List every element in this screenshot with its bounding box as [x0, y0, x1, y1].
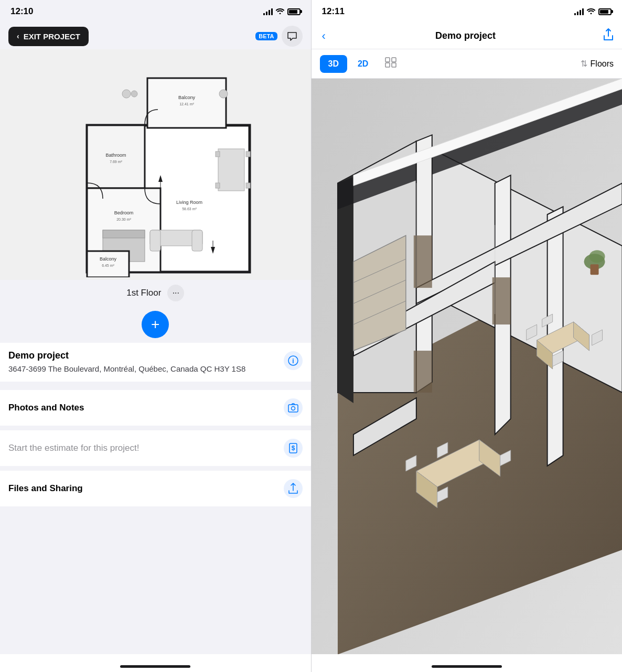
svg-rect-19	[216, 183, 220, 188]
svg-text:Balcony: Balcony	[178, 95, 196, 100]
project-info-text: Demo project 3647-3699 The Boulevard, Mo…	[8, 350, 277, 374]
svg-rect-21	[246, 183, 250, 188]
grid-view-button[interactable]	[379, 53, 403, 74]
view-3d-button[interactable]: 3D	[320, 55, 347, 73]
floor-label-row: 1st Floor ···	[0, 280, 311, 306]
svg-rect-20	[246, 151, 250, 157]
photos-notes-label: Photos and Notes	[8, 403, 84, 413]
view-2d-button[interactable]: 2D	[349, 55, 377, 73]
svg-point-26	[131, 91, 137, 97]
home-indicator-left	[120, 665, 190, 668]
exit-project-label: EXIT PROJECT	[24, 32, 80, 41]
status-bar-left: 12:10	[0, 0, 311, 23]
files-sharing-label: Files and Sharing	[8, 483, 83, 494]
beta-badge: BETA	[255, 32, 277, 40]
svg-point-35	[291, 407, 295, 410]
chat-button[interactable]	[282, 26, 303, 47]
floors-arrows-icon: ⇅	[581, 59, 587, 69]
left-panel: 12:10 ‹ EXIT PROJECT	[0, 0, 311, 672]
nav-bar-right: ‹ Demo project	[312, 23, 623, 49]
svg-text:7.69 m²: 7.69 m²	[110, 160, 122, 164]
photos-notes-item[interactable]: Photos and Notes	[0, 390, 311, 426]
svg-rect-55	[413, 351, 432, 393]
chevron-left-icon: ‹	[17, 32, 19, 40]
view-toggle-bar: 3D 2D ⇅ Floors	[312, 49, 623, 79]
status-time-left: 12:10	[10, 6, 33, 17]
svg-rect-34	[288, 405, 298, 412]
svg-text:6.45 m²: 6.45 m²	[102, 264, 114, 267]
project-info-button[interactable]: i	[284, 351, 303, 370]
battery-icon	[287, 8, 301, 15]
right-panel: 12:11 ‹ Demo project	[312, 0, 623, 672]
svg-text:20.30 m²: 20.30 m²	[116, 218, 131, 221]
svg-rect-41	[392, 63, 396, 67]
estimate-label: Start the estimate for this project!	[8, 443, 139, 453]
home-indicator-right	[432, 665, 502, 668]
floors-toggle-button[interactable]: ⇅ Floors	[581, 59, 614, 69]
photos-notes-button[interactable]	[284, 398, 303, 417]
status-icons-right	[574, 7, 612, 16]
wifi-icon-right	[587, 7, 595, 16]
svg-text:12.41 m²: 12.41 m²	[179, 102, 194, 106]
add-icon: +	[151, 316, 159, 333]
add-floor-button[interactable]: +	[142, 311, 169, 338]
status-time-right: 12:11	[322, 6, 345, 17]
svg-marker-46	[337, 175, 353, 403]
project-address: 3647-3699 The Boulevard, Montréal, Québe…	[8, 363, 277, 374]
svg-rect-11	[103, 230, 145, 238]
svg-text:$: $	[291, 445, 295, 452]
top-bar-right-icons: BETA	[255, 26, 302, 47]
svg-rect-39	[392, 58, 396, 62]
signal-icon-right	[574, 8, 584, 15]
status-bar-right: 12:11	[312, 0, 623, 23]
files-sharing-item[interactable]: Files and Sharing	[0, 471, 311, 507]
floor-label: 1st Floor	[126, 288, 161, 298]
svg-rect-54	[413, 235, 432, 288]
wifi-icon	[276, 7, 284, 16]
add-floor-row: +	[0, 306, 311, 343]
svg-rect-15	[150, 230, 160, 251]
svg-text:i: i	[292, 357, 294, 365]
svg-rect-38	[385, 58, 390, 62]
svg-rect-16	[192, 230, 202, 251]
floors-label: Floors	[591, 59, 614, 69]
divider-3	[0, 467, 311, 471]
top-bar-left: ‹ EXIT PROJECT BETA	[0, 23, 311, 49]
divider-1	[0, 386, 311, 390]
signal-icon	[263, 8, 273, 15]
estimate-item[interactable]: Start the estimate for this project! $	[0, 430, 311, 467]
svg-rect-77	[590, 264, 598, 275]
bottom-indicator-right	[312, 654, 623, 672]
svg-text:Balcony: Balcony	[100, 256, 117, 262]
svg-point-25	[122, 90, 131, 98]
floor-more-button[interactable]: ···	[167, 285, 184, 301]
back-button[interactable]: ‹	[320, 29, 328, 43]
battery-icon-right	[598, 8, 612, 15]
svg-rect-18	[216, 151, 220, 157]
3d-view-area[interactable]	[312, 79, 623, 654]
project-info-section: Demo project 3647-3699 The Boulevard, Mo…	[0, 343, 311, 382]
files-sharing-button[interactable]	[284, 479, 303, 498]
svg-text:Bedroom: Bedroom	[114, 210, 134, 215]
estimate-button[interactable]: $	[284, 439, 303, 458]
divider-2	[0, 426, 311, 430]
svg-text:Living Room: Living Room	[176, 200, 202, 205]
svg-rect-17	[218, 149, 244, 191]
svg-text:58.63 m²: 58.63 m²	[182, 207, 197, 211]
status-icons-left	[263, 7, 301, 16]
nav-title: Demo project	[435, 30, 496, 41]
svg-point-27	[219, 90, 228, 98]
floorplan-svg: Balcony 12.41 m² Bathroom 7.69 m² Bedroo…	[45, 52, 265, 277]
bottom-indicator-left	[0, 654, 311, 672]
floorplan-area[interactable]: Balcony 12.41 m² Bathroom 7.69 m² Bedroo…	[0, 49, 311, 280]
svg-point-76	[589, 250, 605, 263]
project-name: Demo project	[8, 350, 277, 361]
svg-text:Bathroom: Bathroom	[106, 153, 126, 158]
svg-rect-40	[385, 63, 390, 67]
share-button[interactable]	[603, 28, 614, 44]
exit-project-button[interactable]: ‹ EXIT PROJECT	[8, 27, 89, 46]
